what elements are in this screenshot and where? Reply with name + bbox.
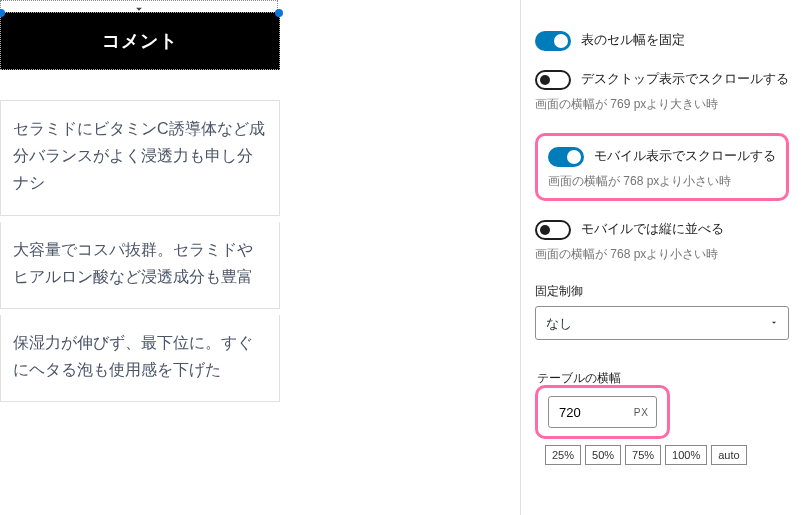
table-body: セラミドにビタミンC誘導体など成分バランスがよく浸透力も申し分ナシ 大容量でコス… — [0, 100, 280, 402]
table-header-cell[interactable]: コメント — [0, 12, 280, 70]
toggle-description: 画面の横幅が 768 pxより小さい時 — [535, 246, 789, 263]
preset-75[interactable]: 75% — [625, 445, 661, 465]
table-width-highlight: PX — [535, 385, 670, 439]
toggle-mobile-stack[interactable] — [535, 220, 571, 240]
table-width-presets: 25% 50% 75% 100% auto — [545, 445, 789, 465]
fixed-control-select-wrap: なし — [535, 306, 789, 340]
resize-handle-tr[interactable] — [275, 9, 283, 17]
table-width-unit: PX — [634, 407, 649, 418]
fixed-control-select[interactable]: なし — [535, 306, 789, 340]
toggle-label: モバイル表示でスクロールする — [594, 146, 776, 166]
toggle-mobile-scroll[interactable] — [548, 147, 584, 167]
preset-auto[interactable]: auto — [711, 445, 746, 465]
setting-fixed-cell-width: 表のセル幅を固定 — [535, 30, 789, 51]
preset-50[interactable]: 50% — [585, 445, 621, 465]
resize-handle-tl[interactable] — [0, 9, 5, 17]
toggle-label: デスクトップ表示でスクロールする — [581, 69, 789, 89]
setting-mobile-stack: モバイルでは縦に並べる 画面の横幅が 768 pxより小さい時 — [535, 219, 789, 263]
toggle-desktop-scroll[interactable] — [535, 70, 571, 90]
setting-desktop-scroll: デスクトップ表示でスクロールする 画面の横幅が 769 pxより大きい時 — [535, 69, 789, 113]
table-block[interactable]: コメント セラミドにビタミンC誘導体など成分バランスがよく浸透力も申し分ナシ 大… — [0, 0, 280, 402]
toggle-label: モバイルでは縦に並べる — [581, 219, 724, 239]
preset-25[interactable]: 25% — [545, 445, 581, 465]
table-cell[interactable]: 大容量でコスパ抜群。セラミドやヒアルロン酸など浸透成分も豊富 — [0, 222, 280, 309]
table-width-label: テーブルの横幅 — [535, 370, 789, 387]
settings-sidebar: 表のセル幅を固定 デスクトップ表示でスクロールする 画面の横幅が 769 pxよ… — [521, 0, 809, 515]
table-header-text: コメント — [102, 29, 178, 53]
setting-mobile-scroll-highlight: モバイル表示でスクロールする 画面の横幅が 768 pxより小さい時 — [535, 133, 789, 201]
table-cell[interactable]: 保湿力が伸びず、最下位に。すぐにヘタる泡も使用感を下げた — [0, 315, 280, 402]
toggle-description: 画面の横幅が 768 pxより小さい時 — [548, 173, 776, 190]
toggle-fixed-cell-width[interactable] — [535, 31, 571, 51]
editor-canvas: コメント セラミドにビタミンC誘導体など成分バランスがよく浸透力も申し分ナシ 大… — [0, 0, 280, 515]
toggle-label: 表のセル幅を固定 — [581, 30, 685, 50]
setting-table-width: テーブルの横幅 PX 25% 50% 75% 100% auto — [535, 370, 789, 465]
fixed-control-label: 固定制御 — [535, 283, 789, 300]
preset-100[interactable]: 100% — [665, 445, 707, 465]
toggle-description: 画面の横幅が 769 pxより大きい時 — [535, 96, 789, 113]
table-cell[interactable]: セラミドにビタミンC誘導体など成分バランスがよく浸透力も申し分ナシ — [0, 101, 280, 216]
